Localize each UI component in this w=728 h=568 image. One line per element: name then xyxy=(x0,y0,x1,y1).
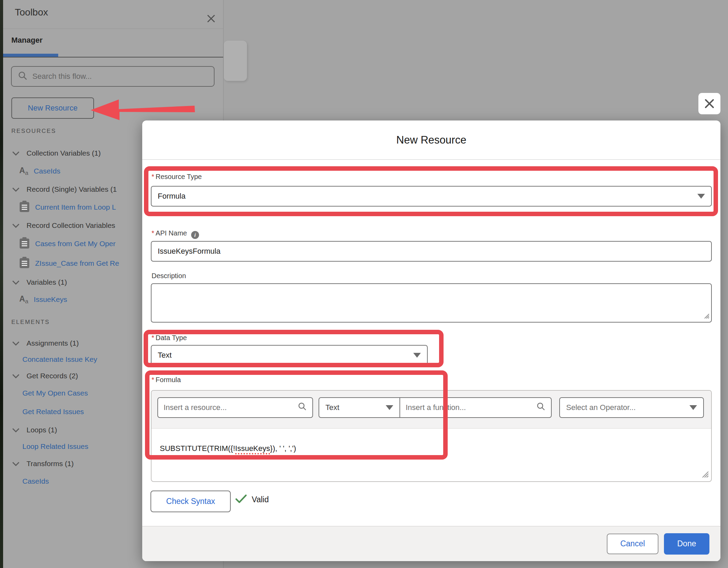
modal-title: New Resource xyxy=(396,134,466,146)
chevron-down-icon xyxy=(12,185,20,193)
chevron-down-icon xyxy=(12,426,20,434)
flow-builder-screen: Toolbox Manager Search this flow... New … xyxy=(0,0,728,568)
new-resource-button[interactable]: New Resource xyxy=(11,97,94,119)
search-placeholder: Search this flow... xyxy=(32,72,92,81)
search-icon xyxy=(537,402,545,413)
record-variable-icon xyxy=(19,257,30,270)
data-type-label: *Data Type xyxy=(152,334,187,342)
resize-handle[interactable] xyxy=(700,470,709,479)
operator-select[interactable]: Select an Operator... xyxy=(559,397,704,418)
search-input[interactable]: Search this flow... xyxy=(11,66,215,87)
chevron-down-icon xyxy=(12,149,20,157)
valid-status-text: Valid xyxy=(252,495,269,504)
resource-type-label: *Resource Type xyxy=(152,173,202,181)
chevron-down-icon xyxy=(386,405,393,410)
divider xyxy=(3,29,223,29)
chevron-down-icon xyxy=(12,460,20,468)
text-variable-icon: Aa xyxy=(19,166,28,177)
description-textarea[interactable] xyxy=(151,283,712,323)
required-asterisk: * xyxy=(152,334,154,341)
function-picker: Text Insert a function... xyxy=(319,397,552,418)
insert-function-input[interactable]: Insert a function... xyxy=(400,398,551,417)
background-edge xyxy=(0,0,3,568)
info-icon[interactable]: i xyxy=(191,231,199,239)
resize-handle[interactable] xyxy=(703,312,709,320)
chevron-down-icon xyxy=(697,194,705,199)
resources-heading: RESOURCES xyxy=(11,128,56,135)
search-icon xyxy=(18,71,28,82)
tab-manager[interactable]: Manager xyxy=(11,36,42,45)
required-asterisk: * xyxy=(152,173,154,180)
toolbox-close-icon[interactable] xyxy=(204,11,219,26)
syntax-status: Valid xyxy=(235,494,269,505)
chevron-down-icon xyxy=(12,221,20,230)
description-label: Description xyxy=(152,272,186,280)
search-icon xyxy=(298,402,307,413)
check-icon xyxy=(235,494,247,505)
chevron-down-icon xyxy=(12,278,20,286)
chevron-down-icon xyxy=(12,372,20,380)
insert-resource-input[interactable]: Insert a resource... xyxy=(157,397,313,418)
chevron-down-icon xyxy=(12,339,20,347)
check-syntax-button[interactable]: Check Syntax xyxy=(150,491,231,512)
record-variable-icon xyxy=(19,237,30,251)
data-type-select[interactable]: Text xyxy=(151,345,428,366)
spellcheck-flagged-token: IssueKeys xyxy=(235,444,270,454)
text-variable-icon: Aa xyxy=(19,294,28,305)
api-name-label: *API Namei xyxy=(152,229,199,239)
function-category-select[interactable]: Text xyxy=(319,398,400,417)
required-asterisk: * xyxy=(152,229,154,237)
elements-heading: ELEMENTS xyxy=(11,319,50,326)
tab-active-underline xyxy=(3,54,58,57)
done-button[interactable]: Done xyxy=(664,533,709,555)
toolbox-title: Toolbox xyxy=(15,7,48,18)
modal-header: New Resource xyxy=(142,120,720,160)
formula-text[interactable]: SUBSTITUTE(TRIM({!IssueKeys}), ' ', ',') xyxy=(160,444,296,453)
modal-footer: Cancel Done xyxy=(142,526,720,561)
resource-type-select[interactable]: Formula xyxy=(151,186,712,207)
divider xyxy=(3,57,223,57)
api-name-input[interactable]: IssueKeysFormula xyxy=(151,241,712,262)
flow-canvas-node xyxy=(224,41,247,81)
new-resource-modal: New Resource *Resource Type Formula *API… xyxy=(142,120,720,561)
formula-editor: Insert a resource... Text Insert a funct… xyxy=(151,390,712,482)
record-variable-icon xyxy=(19,201,30,214)
required-asterisk: * xyxy=(152,376,154,383)
modal-close-button[interactable] xyxy=(698,93,720,114)
cancel-button[interactable]: Cancel xyxy=(607,534,658,554)
chevron-down-icon xyxy=(689,405,697,410)
formula-label: *Formula xyxy=(152,376,181,384)
chevron-down-icon xyxy=(413,353,421,358)
